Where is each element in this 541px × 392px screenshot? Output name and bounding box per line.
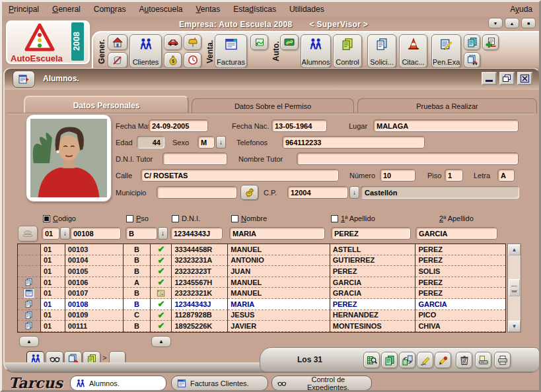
calle-input[interactable]: C/ ROSETAS [141, 169, 339, 181]
telefono-button[interactable] [18, 226, 38, 242]
row-icon-cell [18, 288, 41, 299]
close-button[interactable] [517, 72, 532, 85]
nuevo-expediente-button[interactable] [482, 34, 499, 50]
pso-filter-input[interactable]: B [126, 227, 157, 240]
menu-ayuda[interactable]: Ayuda [510, 5, 532, 14]
task-alumnos[interactable]: Alumnos. [70, 376, 166, 391]
pso-checkbox[interactable] [126, 215, 133, 222]
menu-general[interactable]: General [52, 5, 81, 14]
municipio-input[interactable] [157, 186, 237, 199]
tab-label: Datos Personales [73, 101, 140, 110]
tab-datos-sobre-el-permiso[interactable]: Datos Sobre el Permiso [192, 98, 354, 114]
minimize-button[interactable] [482, 72, 497, 85]
tab-pruebas-a-realizar[interactable]: Pruebas a Realizar [357, 98, 537, 114]
menu-compras[interactable]: Compras [94, 5, 126, 14]
facturas-button[interactable]: Facturas [215, 34, 247, 68]
apellido2-filter-input[interactable]: GARCIA [415, 227, 497, 240]
buscar-button[interactable] [363, 352, 380, 368]
table-row[interactable]: 0100107B23232321KMANUELGRACIAPEREZ [18, 288, 505, 299]
telefonos-input[interactable]: 964112233 [282, 136, 425, 148]
fecha-mat-input[interactable]: 24-09-2005 [149, 119, 208, 132]
scrollbar-down-button[interactable]: ▼ [508, 321, 521, 332]
scroll-up-button[interactable]: ▲ [505, 18, 519, 28]
dni-filter-input[interactable]: 12344343J [170, 227, 223, 240]
dni-tutor-input[interactable] [162, 152, 227, 165]
scrollbar-up-button[interactable]: ▲ [508, 244, 521, 255]
menu-ventas[interactable]: Ventas [196, 5, 221, 14]
scroll-down-button[interactable]: ▼ [488, 18, 503, 28]
menu-utilidades[interactable]: Utilidades [289, 5, 324, 14]
municipio-lookup-button[interactable] [240, 185, 258, 200]
empresa-dropdown-button[interactable]: ↓ [60, 227, 70, 240]
pizarra-button[interactable] [280, 34, 299, 50]
piso-input[interactable]: 1 [445, 169, 463, 181]
correo-button[interactable] [184, 34, 201, 50]
task-facturas-clientes[interactable]: Facturas Clientes. [171, 376, 268, 391]
table-row[interactable]: 0100106A✔12345567HMANUELGARCIAPEREZ [18, 277, 505, 288]
expediente-doc-icon [24, 311, 33, 319]
menu-estadisticas[interactable]: Estadísticas [233, 5, 276, 14]
imprimir-button[interactable] [494, 352, 511, 368]
scrollbar-thumb[interactable] [509, 279, 520, 296]
letra-input[interactable]: A [497, 169, 515, 181]
table-row[interactable]: 0100104B✔32323231AANTONIOGUTIERREZPEREZ [18, 255, 505, 267]
codigo-checkbox[interactable] [43, 215, 50, 222]
citaciones-button[interactable]: Citac... [399, 34, 427, 68]
traffic-triangle-icon [24, 23, 55, 52]
nombre-checkbox[interactable] [231, 215, 238, 222]
vehiculos-button[interactable] [164, 34, 182, 50]
alumnos-button[interactable]: Alumnos [301, 34, 331, 68]
editar-button[interactable] [417, 352, 433, 368]
dni-checkbox[interactable] [172, 215, 179, 222]
nombre-tutor-input[interactable] [297, 152, 519, 165]
empresa-filter-input[interactable]: 01 [42, 227, 59, 240]
table-row[interactable]: 0100103B✔33344458RMANUELASTELLPEREZ [18, 244, 505, 255]
tab-datos-personales[interactable]: Datos Personales [24, 96, 189, 114]
lugar-input[interactable]: MALAGA [373, 119, 519, 132]
window-menu-button[interactable] [13, 71, 35, 88]
menu-principal[interactable]: Principal [9, 5, 39, 14]
control-button[interactable]: Control [333, 34, 362, 68]
expedientes-coche-button[interactable] [464, 52, 480, 68]
albaranes-button[interactable] [250, 34, 268, 50]
table-row[interactable]: 0100105B✔23232323TJUANPEREZSOLIS [18, 266, 505, 277]
task-control-expedientes[interactable]: Control de Expedientes. [271, 376, 372, 391]
clientes-button[interactable]: Clientes [129, 34, 162, 68]
borrar-button[interactable] [435, 352, 451, 368]
empresa-button[interactable] [108, 34, 127, 50]
copiar-button[interactable] [381, 352, 398, 368]
stop-button[interactable]: ■ [521, 18, 536, 28]
cp-dropdown-button[interactable]: ↓ [349, 186, 359, 199]
table-row[interactable]: 0100108B✔12344343JMARIAPEREZGARCIA [18, 299, 505, 310]
exportar-imprimir-button[interactable] [475, 352, 491, 368]
pso-dropdown-button[interactable]: ↓ [158, 227, 168, 240]
apellido1-checkbox[interactable] [331, 215, 338, 222]
solicitudes-button[interactable]: Solici... [367, 34, 396, 68]
nombre-filter-input[interactable]: MARIA [229, 227, 325, 240]
numero-input[interactable]: 10 [380, 169, 415, 181]
configuracion-button[interactable] [108, 52, 127, 68]
table-row[interactable]: 0100109C✔11287928BJESUSHERNANDEZPICO [18, 310, 505, 321]
collapse-left-button[interactable]: ▲ [19, 336, 39, 347]
fecha-nac-input[interactable]: 13-05-1964 [271, 119, 327, 132]
codigo-filter-input[interactable]: 00108 [70, 227, 121, 240]
table-row[interactable]: 0100111B✔18925226KJAVIERMONTESINOSCHIVA [18, 321, 505, 332]
caja-button[interactable] [164, 52, 182, 68]
expediente-form-button[interactable] [23, 288, 34, 298]
menu-autoescuela[interactable]: Autoescuela [139, 5, 182, 14]
check-icon: ✔ [158, 267, 165, 275]
pen-exa-button[interactable]: Pen.Exa [431, 34, 461, 68]
collapse-middle-button[interactable]: ▲ [151, 336, 171, 347]
actualizar-button[interactable] [399, 352, 415, 368]
sexo-input[interactable]: M [198, 136, 215, 148]
horarios-button[interactable] [184, 52, 201, 68]
sexo-dropdown-button[interactable]: ↓ [216, 136, 226, 148]
apellido1-filter-input[interactable]: PEREZ [331, 227, 411, 240]
restore-button[interactable] [499, 72, 515, 85]
copiar-expedientes-button[interactable] [464, 34, 480, 50]
facturas-label: Facturas [217, 58, 245, 66]
cp-input[interactable]: 12004 [287, 186, 348, 199]
eliminar-button[interactable] [456, 352, 472, 368]
table-scrollbar[interactable]: ▲ ▼ [507, 244, 521, 333]
invoice-form-icon [177, 379, 186, 388]
